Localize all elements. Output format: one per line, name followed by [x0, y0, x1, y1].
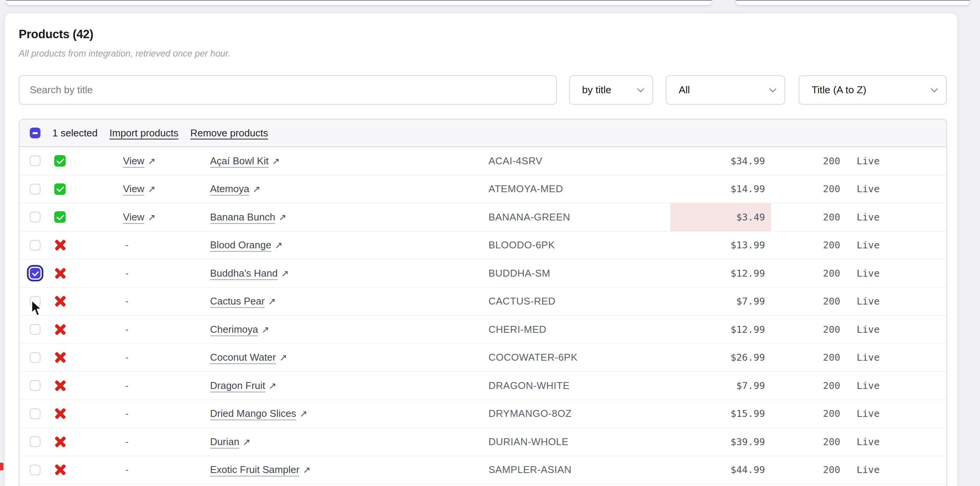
external-link-icon: ↗: [262, 324, 269, 335]
search-field-dropdown[interactable]: by title: [569, 75, 653, 105]
row-checkbox[interactable]: [30, 465, 40, 475]
red-x-icon: [54, 295, 66, 308]
view-cell: -: [123, 408, 210, 420]
no-view-dash: -: [123, 324, 129, 335]
product-title-link[interactable]: Cactus Pear: [210, 295, 265, 307]
product-title-link[interactable]: Banana Bunch: [210, 211, 275, 223]
red-x-icon: [54, 379, 66, 392]
sync-status-cell: [49, 436, 123, 448]
row-checkbox[interactable]: [30, 352, 40, 363]
import-products-link[interactable]: Import products: [110, 127, 179, 139]
row-checkbox[interactable]: [30, 324, 40, 335]
table-row: View↗ Açaí Bowl Kit↗ ACAI-4SRV $34.99 20…: [19, 147, 946, 175]
no-view-dash: -: [123, 239, 129, 251]
red-x-icon: [54, 239, 66, 251]
price-cell: $12.99: [670, 259, 771, 287]
row-checkbox-cell: [19, 352, 49, 363]
no-view-dash: -: [123, 436, 129, 447]
sync-status-cell: [49, 239, 123, 251]
title-cell: Blood Orange↗: [210, 239, 488, 251]
title-cell: Durian↗: [210, 436, 488, 448]
product-title-link[interactable]: Exotic Fruit Sampler: [210, 464, 299, 475]
product-title-link[interactable]: Blood Orange: [210, 239, 271, 251]
quantity-cell: 200: [771, 212, 841, 223]
sync-status-cell: [49, 183, 123, 195]
price-cell: $34.99: [670, 147, 771, 175]
external-link-icon: ↗: [272, 156, 280, 167]
bulk-actions-header: 1 selected Import products Remove produc…: [19, 120, 946, 147]
status-filter-dropdown[interactable]: All: [666, 75, 785, 105]
row-checkbox[interactable]: [30, 240, 40, 251]
products-card: Products (42) All products from integrat…: [5, 13, 957, 486]
search-field-dropdown-value: by title: [582, 84, 611, 96]
external-link-icon: ↗: [299, 408, 307, 419]
status-cell: Live: [841, 380, 946, 391]
previous-card-edge-left: [6, 0, 712, 5]
title-cell: Exotic Fruit Sampler↗: [210, 464, 488, 476]
quantity-cell: 200: [771, 296, 841, 307]
status-cell: Live: [841, 296, 946, 307]
title-cell: Dragon Fruit↗: [210, 380, 488, 392]
quantity-cell: 200: [771, 268, 841, 279]
no-view-dash: -: [123, 295, 129, 307]
status-cell: Live: [841, 240, 946, 251]
status-cell: Live: [841, 352, 946, 363]
status-cell: Live: [841, 464, 946, 475]
view-link[interactable]: View: [123, 183, 144, 194]
view-cell: -: [123, 295, 210, 307]
product-title-link[interactable]: Coconut Water: [210, 352, 276, 363]
red-x-icon: [54, 436, 66, 448]
price-cell: $13.99: [670, 232, 771, 259]
mouse-cursor: [31, 300, 43, 317]
view-cell: View↗: [123, 155, 210, 167]
product-title-link[interactable]: Durian: [210, 436, 239, 447]
price-cell: $7.99: [670, 372, 771, 400]
search-input[interactable]: [19, 75, 557, 105]
row-checkbox[interactable]: [30, 184, 40, 194]
previous-card-edge-right: [736, 0, 970, 5]
external-link-icon: ↗: [281, 268, 289, 279]
page-subtitle: All products from integration, retrieved…: [19, 49, 230, 59]
status-cell: Live: [841, 436, 946, 447]
view-link[interactable]: View: [123, 211, 144, 223]
table-row: - Dried Mango Slices↗ DRYMANGO-8OZ $15.9…: [19, 400, 946, 428]
price-cell: $3.49: [670, 203, 771, 231]
product-title-link[interactable]: Buddha's Hand: [210, 267, 278, 279]
price-cell: $14.99: [670, 175, 771, 203]
sync-status-cell: [49, 267, 123, 279]
row-checkbox[interactable]: [30, 268, 40, 279]
sync-status-cell: [49, 408, 123, 420]
red-x-icon: [54, 464, 66, 476]
products-table: 1 selected Import products Remove produc…: [19, 119, 947, 486]
price-cell: $44.99: [670, 456, 771, 484]
view-cell: -: [123, 267, 210, 279]
page-title: Products (42): [19, 28, 94, 41]
status-cell: Live: [841, 408, 946, 419]
product-title-link[interactable]: Açaí Bowl Kit: [210, 155, 268, 167]
row-checkbox[interactable]: [30, 436, 40, 447]
no-view-dash: -: [123, 267, 129, 279]
table-row: - Buddha's Hand↗ BUDDHA-SM $12.99 200 Li…: [19, 259, 946, 288]
row-checkbox[interactable]: [30, 212, 40, 222]
view-link[interactable]: View: [123, 155, 144, 167]
product-title-link[interactable]: Atemoya: [210, 183, 249, 194]
row-checkbox-cell: [19, 240, 49, 251]
red-x-icon: [54, 408, 66, 420]
table-row: - Dragon Fruit↗ DRAGON-WHITE $7.99 200 L…: [19, 372, 946, 400]
view-cell: -: [123, 436, 210, 448]
remove-products-link[interactable]: Remove products: [190, 127, 268, 139]
sort-dropdown[interactable]: Title (A to Z): [799, 75, 947, 105]
view-cell: -: [123, 380, 210, 392]
row-checkbox[interactable]: [30, 408, 40, 419]
product-title-link[interactable]: Cherimoya: [210, 324, 258, 335]
row-checkbox[interactable]: [30, 156, 40, 166]
controls-row: by title All Title (A to Z): [19, 75, 947, 105]
product-title-link[interactable]: Dragon Fruit: [210, 380, 265, 391]
selected-count: 1 selected: [52, 127, 98, 139]
select-all-checkbox[interactable]: [30, 128, 40, 138]
row-checkbox[interactable]: [30, 380, 40, 391]
no-view-dash: -: [123, 464, 129, 475]
product-title-link[interactable]: Dried Mango Slices: [210, 408, 296, 419]
external-link-icon: ↗: [148, 184, 155, 194]
green-check-icon: [54, 211, 66, 223]
